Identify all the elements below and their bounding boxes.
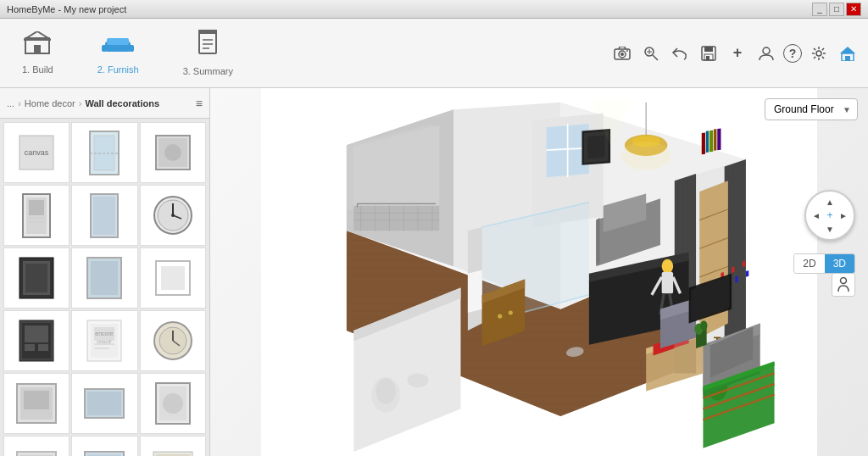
list-item[interactable] (140, 310, 206, 371)
list-item[interactable] (3, 185, 70, 246)
compass-controls: ▲ ◄ + ► ▼ (810, 195, 850, 236)
list-item[interactable] (71, 185, 137, 246)
list-item[interactable] (140, 373, 206, 434)
svg-rect-43 (93, 197, 115, 235)
svg-rect-5 (129, 45, 134, 52)
svg-rect-28 (845, 56, 850, 61)
item-art-frame (141, 374, 205, 433)
svg-rect-39 (29, 200, 44, 215)
svg-rect-131 (714, 129, 716, 151)
svg-line-17 (653, 55, 658, 60)
svg-point-145 (662, 259, 673, 274)
svg-marker-139 (587, 136, 604, 159)
sidebar: ... › Home decor › Wall decorations ≡ ca… (0, 88, 210, 456)
search-view-button[interactable] (639, 42, 663, 65)
window-controls: _ □ ✕ (812, 3, 861, 16)
svg-rect-60 (38, 344, 48, 351)
list-item[interactable] (3, 310, 70, 371)
add-button[interactable]: + (726, 42, 749, 65)
floor-selector[interactable]: Ground Floor First Floor Second Floor (765, 98, 858, 120)
item-frame-large (4, 374, 69, 433)
tab-summary[interactable]: 3. Summary (170, 23, 247, 83)
save-button[interactable] (697, 42, 721, 65)
help-button[interactable]: ? (783, 44, 802, 63)
breadcrumb-menu-icon[interactable]: ≡ (196, 97, 203, 110)
svg-rect-146 (662, 272, 673, 293)
svg-rect-55 (161, 266, 185, 290)
svg-point-189 (498, 314, 502, 319)
nav-center-button[interactable]: + (824, 209, 836, 221)
list-item[interactable] (3, 436, 70, 456)
list-item[interactable] (71, 373, 137, 434)
item-canvas-2 (4, 437, 69, 456)
account-button[interactable] (754, 42, 778, 65)
svg-point-190 (509, 310, 513, 314)
nav-left-button[interactable]: ◄ (810, 209, 822, 221)
floor-select-dropdown[interactable]: Ground Floor First Floor Second Floor (765, 98, 858, 120)
breadcrumb-back[interactable]: ... (7, 98, 14, 108)
list-item[interactable] (71, 436, 137, 456)
summary-icon (196, 30, 220, 63)
nav-compass[interactable]: ▲ ◄ + ► ▼ (804, 190, 855, 241)
list-item[interactable]: encore retard! (71, 310, 137, 371)
home-button[interactable] (836, 42, 860, 65)
svg-rect-4 (102, 45, 107, 52)
svg-rect-173 (743, 261, 745, 268)
svg-point-136 (621, 142, 671, 170)
top-toolbar: 1. Build 2. Furnish (0, 19, 868, 88)
titlebar: HomeByMe - My new project _ □ ✕ (0, 0, 868, 19)
person-view-button[interactable] (832, 273, 855, 297)
nav-right-button[interactable]: ► (837, 209, 849, 221)
svg-rect-74 (24, 391, 49, 409)
svg-point-185 (376, 378, 396, 403)
svg-point-36 (164, 144, 181, 161)
svg-point-25 (816, 51, 821, 56)
item-print-art: encore retard! (72, 311, 136, 370)
right-toolbar: + ? (610, 42, 860, 65)
svg-rect-21 (704, 47, 713, 52)
svg-rect-175 (735, 276, 737, 283)
list-item[interactable] (140, 247, 206, 309)
svg-rect-58 (25, 325, 48, 342)
svg-text:encore: encore (96, 331, 114, 336)
svg-marker-26 (840, 47, 855, 53)
tab-furnish-label: 2. Furnish (97, 64, 139, 75)
nav-up-button[interactable]: ▲ (824, 196, 836, 208)
settings-button[interactable] (807, 42, 831, 65)
breadcrumb-home-decor[interactable]: Home decor (25, 98, 75, 108)
list-item[interactable] (140, 122, 206, 183)
list-item[interactable] (140, 185, 206, 246)
undo-button[interactable] (668, 42, 692, 65)
window-title: HomeByMe - My new project (7, 4, 126, 14)
nav-down-button[interactable]: ▼ (824, 223, 836, 235)
list-item[interactable] (3, 247, 70, 309)
list-item[interactable]: canvas (3, 122, 70, 183)
list-item[interactable] (140, 436, 206, 456)
close-button[interactable]: ✕ (846, 3, 861, 16)
list-item[interactable] (3, 373, 70, 434)
item-mirror-rect (72, 186, 136, 245)
tab-build[interactable]: 1. Build (8, 25, 67, 81)
tab-furnish[interactable]: 2. Furnish (84, 25, 153, 81)
floorplan-3d (210, 88, 868, 456)
item-mirror-long (72, 374, 136, 433)
svg-rect-172 (732, 266, 734, 273)
item-frame-white (141, 248, 205, 308)
svg-marker-109 (468, 270, 482, 312)
list-item[interactable] (71, 247, 137, 309)
breadcrumb-sep-1: › (18, 98, 21, 108)
svg-rect-128 (702, 133, 705, 155)
svg-rect-130 (709, 131, 713, 153)
view-3d-button[interactable]: 3D (825, 254, 854, 273)
svg-point-195 (841, 278, 847, 284)
item-canvas: canvas (4, 123, 69, 182)
svg-marker-99 (353, 206, 439, 231)
view-2d-button[interactable]: 2D (794, 254, 824, 273)
minimize-button[interactable]: _ (812, 3, 827, 16)
list-item[interactable] (71, 122, 137, 183)
maximize-button[interactable]: □ (829, 3, 844, 16)
svg-rect-129 (706, 131, 709, 153)
app: 1. Build 2. Furnish (0, 19, 868, 456)
svg-point-15 (626, 50, 628, 52)
camera-button[interactable] (610, 42, 634, 65)
